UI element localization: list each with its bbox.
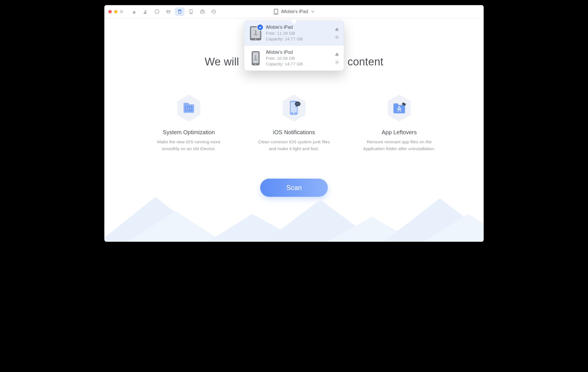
ipad-icon	[274, 9, 278, 15]
history-icon[interactable]	[209, 7, 219, 16]
card-desc: Clean common iOS system junk files and m…	[254, 139, 334, 152]
ipod-device-icon	[249, 51, 262, 66]
device-selector[interactable]: iMobie's iPad	[274, 9, 314, 15]
device-capacity: Capacity: 14.77 GB	[266, 36, 331, 42]
svg-point-16	[336, 36, 338, 38]
svg-point-9	[276, 13, 276, 14]
svg-point-2	[167, 11, 168, 12]
svg-point-1	[155, 10, 159, 14]
close-window-button[interactable]	[108, 10, 112, 13]
eject-icon[interactable]	[335, 27, 339, 32]
toolbox-icon[interactable]	[198, 7, 207, 16]
headline-suffix: content	[347, 56, 383, 68]
svg-point-31	[297, 104, 298, 104]
eject-icon[interactable]	[335, 52, 339, 57]
svg-point-14	[255, 39, 256, 40]
svg-rect-12	[255, 30, 256, 35]
card-desc: Remove remnant app files on the Applicat…	[359, 139, 439, 152]
svg-rect-8	[274, 9, 278, 14]
svg-rect-19	[255, 55, 256, 60]
headline-prefix: We will	[205, 56, 239, 68]
compass-icon[interactable]	[152, 7, 162, 16]
broom-icon[interactable]	[141, 7, 150, 16]
bucket-icon[interactable]	[175, 7, 185, 16]
card-desc: Make the new iOS running more smoothly o…	[149, 139, 229, 152]
device-name: iMobie's iPad	[266, 25, 331, 30]
card-ios-notifications[interactable]: iOS Notifications Clean common iOS syste…	[254, 93, 334, 152]
svg-point-23	[336, 61, 338, 63]
card-system-optimization[interactable]: System Optimization Make the new iOS run…	[149, 93, 229, 152]
device-option-ipod[interactable]: iMobie's iPod Free: 10.58 GB Capacity: 1…	[244, 46, 344, 71]
window-controls	[108, 10, 123, 13]
svg-point-3	[169, 11, 169, 12]
device-capacity: Capacity: 14.77 GB	[266, 61, 331, 67]
svg-rect-15	[336, 30, 338, 31]
mask-icon[interactable]	[163, 7, 173, 16]
device-icon[interactable]	[186, 7, 196, 16]
minimize-window-button[interactable]	[114, 10, 117, 13]
device-selector-label: iMobie's iPad	[281, 9, 308, 14]
ipad-device-icon	[249, 26, 262, 41]
device-free: Free: 11.18 GB	[266, 30, 331, 36]
gear-icon[interactable]	[335, 60, 339, 65]
svg-rect-22	[336, 55, 338, 56]
app-window: iMobie's iPad We will content iMobie's i…	[104, 5, 484, 242]
device-dropdown: iMobie's iPad Free: 11.18 GB Capacity: 1…	[244, 20, 344, 71]
device-option-info: iMobie's iPad Free: 11.18 GB Capacity: 1…	[266, 25, 331, 42]
card-title: iOS Notifications	[254, 129, 334, 136]
svg-point-28	[293, 113, 294, 114]
card-title: App Leftovers	[359, 129, 439, 136]
check-icon	[257, 24, 264, 31]
airdrop-icon[interactable]	[129, 7, 139, 16]
svg-point-30	[296, 104, 297, 104]
device-free: Free: 10.58 GB	[266, 55, 331, 61]
svg-point-34	[399, 106, 400, 107]
phone-hex-icon	[281, 93, 307, 123]
folder-hex-icon	[176, 93, 202, 123]
feature-cards: System Optimization Make the new iOS run…	[104, 93, 484, 152]
device-name: iMobie's iPod	[266, 50, 331, 55]
toolbar: iMobie's iPad	[104, 5, 484, 18]
svg-point-32	[299, 104, 299, 104]
app-hex-icon	[386, 93, 412, 123]
zoom-window-button[interactable]	[120, 10, 123, 13]
toolbar-buttons	[129, 7, 219, 16]
device-option-ipad[interactable]: iMobie's iPad Free: 11.18 GB Capacity: 1…	[244, 21, 344, 46]
card-app-leftovers[interactable]: App Leftovers Remove remnant app files o…	[359, 93, 439, 152]
chevron-down-icon	[311, 10, 314, 13]
scan-button-label: Scan	[286, 184, 302, 192]
svg-rect-13	[254, 34, 257, 35]
svg-point-6	[191, 13, 191, 13]
svg-point-21	[255, 64, 256, 65]
gear-icon[interactable]	[335, 35, 339, 40]
background-mountains	[104, 194, 484, 242]
card-title: System Optimization	[149, 129, 229, 136]
svg-rect-20	[254, 59, 257, 60]
device-option-info: iMobie's iPod Free: 10.58 GB Capacity: 1…	[266, 50, 331, 67]
